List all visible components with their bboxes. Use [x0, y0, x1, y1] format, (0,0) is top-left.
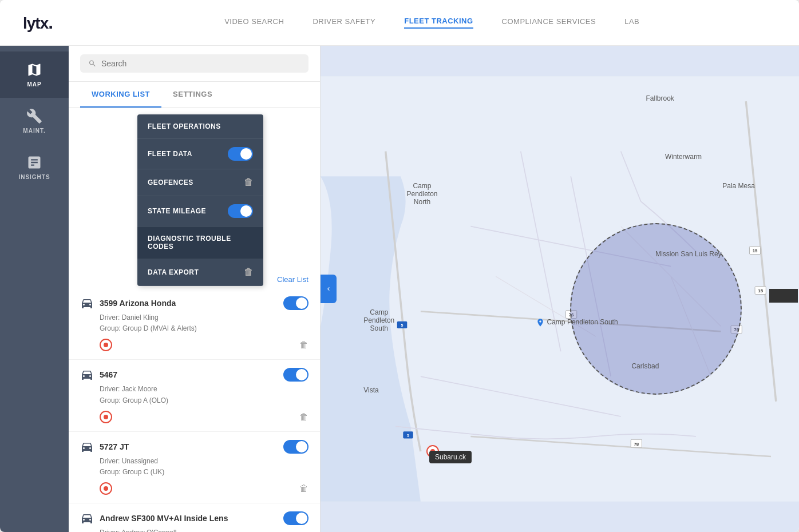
vehicle-toggle-4[interactable]: [283, 511, 308, 525]
alert-dot-inner-2: [104, 415, 108, 419]
dropdown-state-mileage[interactable]: STATE MILEAGE: [137, 196, 263, 227]
map-icon: [26, 62, 42, 78]
top-nav: lytx. VIDEO SEARCH DRIVER SAFETY FLEET T…: [0, 0, 799, 46]
dropdown-fleet-operations[interactable]: FLEET OPERATIONS: [137, 114, 263, 139]
vehicle-toggle-1[interactable]: [283, 296, 308, 310]
vehicle-icon-3: [80, 440, 94, 454]
vehicle-delete-3[interactable]: 🗑: [299, 483, 308, 494]
dropdown-fleet-data[interactable]: FLEET DATA: [137, 139, 263, 169]
sidebar-map-label: MAP: [27, 81, 41, 88]
clear-list-button[interactable]: Clear List: [277, 275, 308, 284]
nav-links: VIDEO SEARCH DRIVER SAFETY FLEET TRACKIN…: [224, 17, 639, 29]
sidebar-item-insights[interactable]: INSIGHTS: [0, 144, 69, 190]
vehicle-alert-2[interactable]: [100, 411, 112, 423]
fleet-data-toggle[interactable]: [228, 147, 253, 161]
nav-video-search[interactable]: VIDEO SEARCH: [224, 17, 284, 28]
geofence-circle: [570, 223, 742, 395]
vehicle-driver-3: Driver: Unassigned: [100, 456, 308, 467]
vehicle-driver-1: Driver: Daniel Kling: [100, 312, 308, 323]
dropdown-diagnostic-trouble-codes[interactable]: DIAGNOSTIC TROUBLE CODES: [137, 227, 263, 259]
search-bar: [69, 46, 320, 82]
vehicle-toggle-2[interactable]: [283, 368, 308, 382]
vehicle-alert-3[interactable]: [100, 482, 112, 495]
tab-working-list[interactable]: WORKING LIST: [80, 82, 161, 108]
dropdown-data-export[interactable]: DATA EXPORT 🗑: [137, 259, 263, 286]
map-popup: Subaru.ck: [429, 451, 472, 463]
vehicle-icon-2: [80, 368, 94, 382]
state-mileage-toggle[interactable]: [228, 204, 253, 218]
vehicle-header-3: 5727 JT: [80, 440, 308, 454]
vehicle-actions-2: 🗑: [100, 411, 308, 423]
tab-settings[interactable]: SETTINGS: [161, 82, 224, 108]
search-wrapper: [80, 54, 308, 73]
search-input[interactable]: [101, 59, 300, 68]
nav-fleet-tracking[interactable]: FLEET TRACKING: [404, 17, 473, 29]
dropdown-menu: FLEET OPERATIONS FLEET DATA GEOFENCES 🗑 …: [137, 114, 263, 286]
vehicle-driver-2: Driver: Jack Moore: [100, 384, 308, 395]
svg-text:78: 78: [634, 442, 639, 447]
svg-text:5: 5: [401, 323, 404, 327]
vehicle-list: 3599 Arizona Honda Driver: Daniel Kling …: [69, 288, 320, 532]
insights-icon: [26, 154, 42, 170]
vehicle-header-4: Andrew SF300 MV+AI Inside Lens: [80, 511, 308, 525]
sidebar: MAP MAINT. INSIGHTS: [0, 46, 69, 532]
vehicle-item-2[interactable]: 5467 Driver: Jack Moore Group: Group A (…: [69, 360, 320, 431]
vehicle-name-1: 3599 Arizona Honda: [100, 299, 176, 308]
nav-compliance-services[interactable]: COMPLIANCE SERVICES: [502, 17, 596, 28]
vehicle-icon-1: [80, 296, 94, 310]
vehicle-name-4: Andrew SF300 MV+AI Inside Lens: [100, 514, 228, 523]
vehicle-icon-4: [80, 511, 94, 525]
vehicle-alert-1[interactable]: [100, 339, 112, 351]
wrench-icon: [26, 108, 42, 124]
data-export-delete-icon[interactable]: 🗑: [244, 267, 254, 277]
dropdown-geofences[interactable]: GEOFENCES 🗑: [137, 169, 263, 196]
left-panel: WORKING LIST SETTINGS FLEET OPERATIONS F…: [69, 46, 321, 532]
alert-dot-inner-1: [104, 343, 108, 347]
vehicle-header-2: 5467: [80, 368, 308, 382]
main-content: MAP MAINT. INSIGHTS: [0, 46, 799, 532]
svg-text:15: 15: [753, 248, 758, 253]
map-vehicle-marker: [769, 289, 798, 303]
vehicle-name-3: 5727 JT: [100, 442, 129, 451]
sidebar-item-maint[interactable]: MAINT.: [0, 98, 69, 144]
geofences-delete-icon[interactable]: 🗑: [244, 177, 254, 188]
vehicle-toggle-3[interactable]: [283, 440, 308, 454]
vehicle-actions-1: 🗑: [100, 339, 308, 351]
map-collapse-button[interactable]: [321, 275, 337, 303]
vehicle-group-1: Group: Group D (MVAI & Alerts): [100, 323, 308, 334]
vehicle-item-1[interactable]: 3599 Arizona Honda Driver: Daniel Kling …: [69, 288, 320, 360]
alert-dot-inner-3: [104, 486, 108, 491]
vehicle-group-2: Group: Group A (OLO): [100, 395, 308, 406]
vehicle-actions-3: 🗑: [100, 482, 308, 495]
vehicle-driver-4: Driver: Andrew O'Connell: [100, 527, 308, 532]
search-icon: [88, 59, 97, 68]
vehicle-item-4[interactable]: Andrew SF300 MV+AI Inside Lens Driver: A…: [69, 503, 320, 532]
sidebar-insights-label: INSIGHTS: [18, 174, 50, 180]
vehicle-delete-1[interactable]: 🗑: [299, 340, 308, 350]
logo: lytx.: [23, 12, 53, 33]
chevron-left-icon: [325, 285, 332, 292]
nav-lab[interactable]: LAB: [624, 17, 639, 28]
sidebar-item-map[interactable]: MAP: [0, 51, 69, 98]
svg-text:5: 5: [407, 434, 409, 438]
sidebar-maint-label: MAINT.: [23, 128, 45, 134]
vehicle-group-3: Group: Group C (UK): [100, 467, 308, 478]
nav-driver-safety[interactable]: DRIVER SAFETY: [313, 17, 375, 28]
map-area[interactable]: 76 76 15 15 5 78 5: [321, 46, 799, 532]
panel-tabs: WORKING LIST SETTINGS: [69, 82, 320, 108]
vehicle-delete-2[interactable]: 🗑: [299, 412, 308, 422]
vehicle-name-2: 5467: [100, 370, 117, 379]
vehicle-item-3[interactable]: 5727 JT Driver: Unassigned Group: Group …: [69, 432, 320, 503]
vehicle-header-1: 3599 Arizona Honda: [80, 296, 308, 310]
svg-text:15: 15: [758, 288, 763, 293]
